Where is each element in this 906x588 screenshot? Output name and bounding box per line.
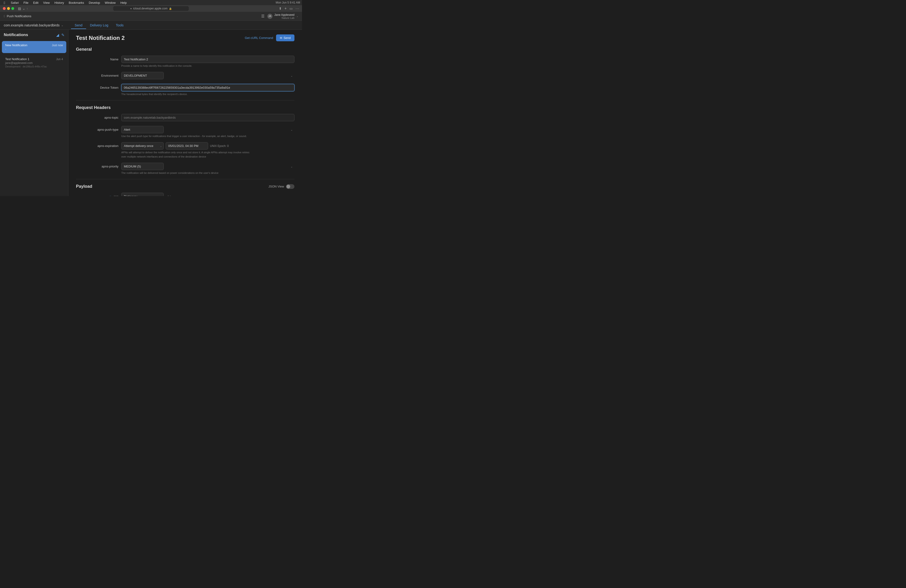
hamburger-icon[interactable]: ☰ — [261, 14, 265, 18]
bundle-chevron-icon: ⌄ — [61, 24, 64, 27]
notification-item-new[interactable]: New Notification Just now - — [2, 41, 66, 53]
apns-expiration-hint1: APNs will attempt to deliver the notific… — [121, 151, 295, 154]
apns-push-type-select-wrapper: Alert Background Location VoIP ⌄ — [121, 126, 295, 133]
apns-topic-input — [121, 114, 295, 121]
menu-file[interactable]: File — [21, 0, 30, 5]
device-token-input[interactable] — [121, 84, 295, 91]
tabs-icon[interactable]: ▭ — [289, 6, 293, 10]
page-header: Test Notification 2 Get cURL Command ✉ S… — [76, 34, 295, 41]
notif-detail-test1: Development · de198cc5-449c-47ac — [5, 65, 63, 68]
apns-expiration-hint2: over multiple network interfaces and con… — [121, 155, 295, 158]
apns-push-type-row: apns-push-type Alert Background Location… — [76, 126, 295, 137]
notification-item-test1[interactable]: Test Notification 1 Jun 4 jane@appleseed… — [2, 55, 66, 70]
filter-icon[interactable]: ◢ — [56, 33, 59, 37]
notif-time-test1: Jun 4 — [56, 57, 63, 61]
menu-develop[interactable]: Develop — [87, 0, 102, 5]
clock: Mon Jun 5 9:41 AM — [276, 1, 300, 4]
device-token-label: Device Token — [76, 84, 118, 89]
json-view-toggle[interactable]: JSON View — [268, 184, 295, 189]
bundle-selector[interactable]: com.example.naturelab.backyardbirds ⌄ — [4, 23, 64, 27]
environment-select[interactable]: DEVELOPMENT PRODUCTION — [121, 72, 164, 79]
user-avatar: JA — [267, 14, 273, 19]
json-view-label: JSON View — [268, 185, 284, 188]
menu-safari[interactable]: Safari — [9, 0, 21, 5]
compose-icon[interactable]: ✎ — [61, 33, 64, 37]
new-tab-icon[interactable]: + — [284, 6, 287, 11]
aps-type-select-wrapper: Dictionary ⌄ — [121, 193, 164, 196]
menu-help[interactable]: Help — [118, 0, 129, 5]
chevron-toggle-icon[interactable]: ⌄ — [22, 6, 25, 10]
name-label: Name — [76, 56, 118, 61]
url-text: icloud.developer.apple.com — [133, 7, 167, 10]
apns-expiration-select[interactable]: Attempt delivery once Never expires Cust… — [121, 142, 164, 150]
aps-item-count: 1 item — [167, 195, 175, 196]
name-input[interactable] — [121, 56, 295, 63]
apns-topic-row: apns-topic — [76, 114, 295, 121]
toolbar: com.example.naturelab.backyardbirds ⌄ Se… — [0, 21, 302, 30]
traffic-lights — [3, 7, 14, 10]
environment-chevron-icon: ⌄ — [291, 74, 293, 77]
device-token-row: Device Token The hexadecimal bytes that … — [76, 84, 295, 96]
expiration-date-input[interactable] — [166, 142, 208, 150]
sidebar-toggle-icon[interactable]: ▨ — [18, 6, 21, 10]
apns-expiration-inline-group: Attempt delivery once Never expires Cust… — [121, 142, 295, 150]
apns-topic-field-wrapper — [121, 114, 295, 121]
apple-logo-small:  — [4, 14, 5, 18]
aps-label: ▼ aps — [76, 193, 118, 196]
nav-tabs: Send Delivery Log Tools — [71, 21, 128, 29]
more-icon[interactable]: ⋯ — [295, 6, 299, 11]
apple-menu[interactable]:  — [2, 0, 7, 5]
sidebar-title: Notifications — [4, 33, 28, 37]
menu-window[interactable]: Window — [103, 0, 118, 5]
toggle-knob — [286, 185, 290, 188]
app-header:  Push Notifications ☰ JA Jane Appleseed… — [0, 12, 302, 21]
page-actions: Get cURL Command ✉ Send — [245, 34, 295, 41]
user-info[interactable]: JA Jane Appleseed Nature Lab ⌄ — [267, 13, 298, 19]
tree-toggle-icon[interactable]: ▼ — [109, 195, 112, 196]
site-icon: ● — [130, 7, 132, 10]
menu-bookmarks[interactable]: Bookmarks — [67, 0, 86, 5]
apns-priority-label: apns-priority — [76, 163, 118, 168]
tab-send[interactable]: Send — [71, 21, 86, 29]
send-button[interactable]: ✉ Send — [276, 34, 295, 41]
titlebar: ▨ ⌄ ‹ ● icloud.developer.apple.com 🔒 ⬆ +… — [0, 5, 302, 12]
payload-section-title: Payload — [76, 184, 92, 189]
back-button[interactable]: ‹ — [27, 6, 28, 11]
apns-push-type-hint: Use the alert push type for notification… — [121, 135, 295, 137]
apns-expiration-label: apns-expiration — [76, 142, 118, 148]
tab-delivery-log[interactable]: Delivery Log — [86, 21, 112, 29]
user-name-block: Jane Appleseed Nature Lab — [274, 13, 295, 19]
share-icon[interactable]: ⬆ — [279, 6, 282, 10]
sidebar-icons: ◢ ✎ — [56, 33, 64, 37]
notification-item-header-new: New Notification Just now — [5, 43, 63, 47]
notification-item-header-test1: Test Notification 1 Jun 4 — [5, 57, 63, 61]
unix-epoch-label: UNIX Epoch: 0 — [210, 144, 229, 148]
name-hint: Provide a name to help identify this not… — [121, 64, 295, 67]
device-token-field-wrapper: The hexadecimal bytes that identify the … — [121, 84, 295, 96]
menu-history[interactable]: History — [53, 0, 66, 5]
app-header-left:  Push Notifications — [4, 14, 31, 18]
menu-view[interactable]: View — [41, 0, 52, 5]
send-icon: ✉ — [280, 36, 282, 40]
aps-type-select[interactable]: Dictionary — [121, 193, 164, 196]
get-curl-button[interactable]: Get cURL Command — [245, 36, 273, 40]
apns-priority-row: apns-priority MEDIUM (5) HIGH (10) LOW (… — [76, 163, 295, 174]
apns-expiration-select-wrapper: Attempt delivery once Never expires Cust… — [121, 142, 164, 150]
close-button[interactable] — [3, 7, 6, 10]
apns-push-type-select[interactable]: Alert Background Location VoIP — [121, 126, 164, 133]
tab-tools[interactable]: Tools — [112, 21, 128, 29]
toggle-switch[interactable] — [286, 184, 295, 189]
user-chevron-icon[interactable]: ⌄ — [296, 15, 298, 18]
user-lab: Nature Lab — [274, 16, 295, 19]
apns-priority-select[interactable]: MEDIUM (5) HIGH (10) LOW (1) — [121, 163, 164, 170]
minimize-button[interactable] — [7, 7, 10, 10]
menu-edit[interactable]: Edit — [31, 0, 40, 5]
apns-topic-label: apns-topic — [76, 114, 118, 120]
aps-row: ▼ aps Dictionary ⌄ 1 item — [76, 193, 295, 196]
notif-name-new: New Notification — [5, 43, 27, 47]
apns-expiration-row: apns-expiration Attempt delivery once Ne… — [76, 142, 295, 158]
name-row: Name Provide a name to help identify thi… — [76, 56, 295, 67]
url-bar[interactable]: ● icloud.developer.apple.com 🔒 — [113, 6, 189, 11]
fullscreen-button[interactable] — [11, 7, 14, 10]
request-headers-section-title: Request Headers — [76, 105, 295, 110]
